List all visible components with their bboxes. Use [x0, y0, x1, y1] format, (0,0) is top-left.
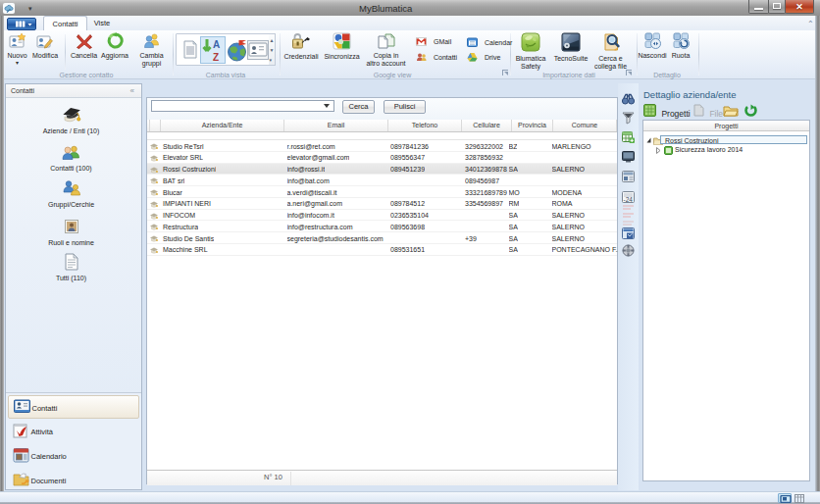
svg-text:Z: Z — [213, 52, 219, 63]
svg-text:-24: -24 — [624, 196, 634, 203]
svg-text:A: A — [213, 39, 220, 50]
